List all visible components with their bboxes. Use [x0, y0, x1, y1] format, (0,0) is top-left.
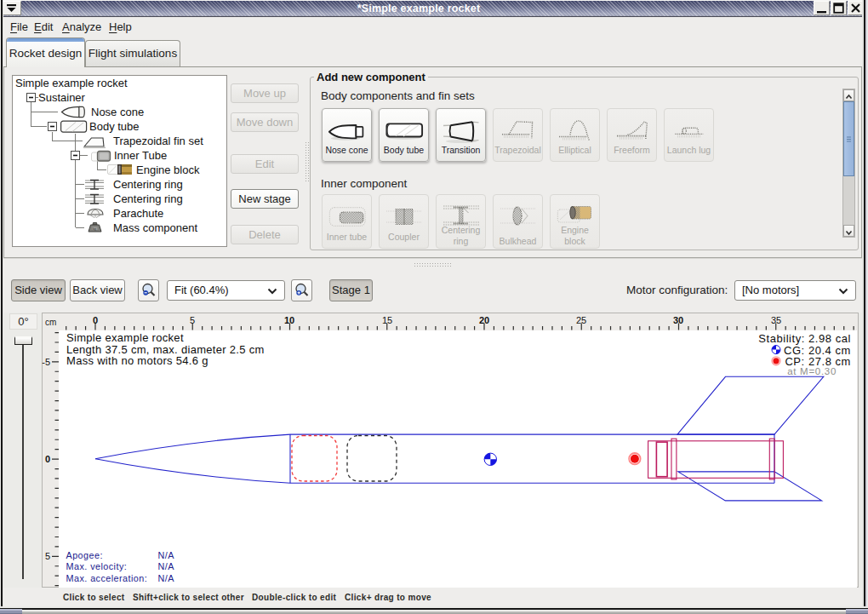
svg-text:Parachute: Parachute: [113, 207, 163, 220]
svg-text:Mass component: Mass component: [113, 221, 197, 234]
svg-text:Centering ring: Centering ring: [113, 192, 183, 205]
svg-text:kg: kg: [93, 227, 96, 231]
svg-text:Trapezoidal fin set: Trapezoidal fin set: [113, 135, 203, 147]
svg-text:Body tube: Body tube: [89, 120, 140, 133]
svg-text:Sustainer: Sustainer: [38, 91, 86, 104]
svg-text:Simple example rocket: Simple example rocket: [15, 77, 128, 89]
svg-text:Inner Tube: Inner Tube: [114, 149, 167, 162]
svg-text:Engine block: Engine block: [136, 164, 200, 176]
svg-text:Centering ring: Centering ring: [113, 178, 183, 191]
svg-text:Nose cone: Nose cone: [91, 106, 144, 118]
